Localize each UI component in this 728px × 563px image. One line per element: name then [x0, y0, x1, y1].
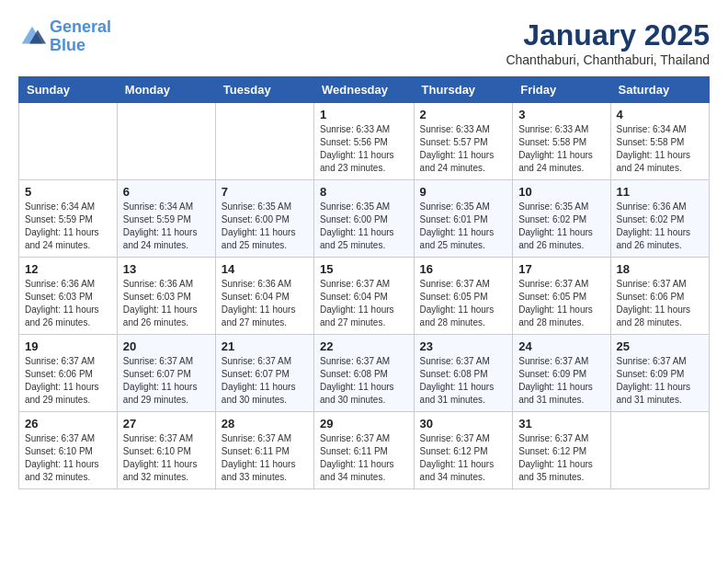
calendar-cell: 10Sunrise: 6:35 AM Sunset: 6:02 PM Dayli…: [513, 180, 610, 258]
calendar-cell: 17Sunrise: 6:37 AM Sunset: 6:05 PM Dayli…: [513, 258, 610, 335]
calendar-cell: 5Sunrise: 6:34 AM Sunset: 5:59 PM Daylig…: [19, 180, 118, 258]
calendar-cell: 18Sunrise: 6:37 AM Sunset: 6:06 PM Dayli…: [610, 258, 709, 335]
day-number: 31: [518, 417, 604, 431]
calendar-cell: 27Sunrise: 6:37 AM Sunset: 6:10 PM Dayli…: [117, 412, 215, 489]
day-number: 8: [320, 185, 408, 199]
calendar-cell: 28Sunrise: 6:37 AM Sunset: 6:11 PM Dayli…: [215, 412, 313, 489]
day-number: 2: [420, 108, 507, 121]
day-info: Sunrise: 6:37 AM Sunset: 6:05 PM Dayligh…: [420, 278, 507, 329]
day-info: Sunrise: 6:37 AM Sunset: 6:07 PM Dayligh…: [123, 355, 210, 407]
day-info: Sunrise: 6:36 AM Sunset: 6:03 PM Dayligh…: [123, 278, 210, 329]
calendar-cell: 4Sunrise: 6:34 AM Sunset: 5:58 PM Daylig…: [610, 103, 709, 180]
day-info: Sunrise: 6:37 AM Sunset: 6:11 PM Dayligh…: [222, 432, 308, 484]
calendar-cell: 1Sunrise: 6:33 AM Sunset: 5:56 PM Daylig…: [314, 103, 415, 180]
day-number: 18: [617, 262, 703, 276]
calendar-cell: 29Sunrise: 6:37 AM Sunset: 6:11 PM Dayli…: [314, 412, 415, 489]
day-number: 25: [617, 339, 703, 353]
day-info: Sunrise: 6:37 AM Sunset: 6:05 PM Dayligh…: [518, 278, 604, 329]
calendar-cell: 15Sunrise: 6:37 AM Sunset: 6:04 PM Dayli…: [314, 258, 415, 335]
calendar-cell: 13Sunrise: 6:36 AM Sunset: 6:03 PM Dayli…: [117, 258, 215, 335]
day-number: 14: [222, 262, 308, 276]
day-number: 5: [25, 185, 111, 199]
day-number: 19: [25, 339, 111, 353]
calendar-cell: 8Sunrise: 6:35 AM Sunset: 6:00 PM Daylig…: [314, 180, 415, 258]
day-info: Sunrise: 6:34 AM Sunset: 5:59 PM Dayligh…: [25, 201, 111, 252]
day-info: Sunrise: 6:33 AM Sunset: 5:57 PM Dayligh…: [420, 123, 507, 175]
day-number: 13: [123, 262, 210, 276]
calendar-cell: [215, 103, 313, 180]
logo-text: General Blue: [50, 18, 111, 55]
day-info: Sunrise: 6:37 AM Sunset: 6:10 PM Dayligh…: [123, 432, 210, 484]
calendar-cell: 11Sunrise: 6:36 AM Sunset: 6:02 PM Dayli…: [610, 180, 709, 258]
calendar-week-row: 1Sunrise: 6:33 AM Sunset: 5:56 PM Daylig…: [19, 103, 710, 180]
calendar-cell: 16Sunrise: 6:37 AM Sunset: 6:05 PM Dayli…: [414, 258, 513, 335]
calendar-cell: 21Sunrise: 6:37 AM Sunset: 6:07 PM Dayli…: [215, 335, 313, 412]
day-number: 6: [123, 185, 210, 199]
calendar-cell: 7Sunrise: 6:35 AM Sunset: 6:00 PM Daylig…: [215, 180, 313, 258]
day-number: 28: [222, 417, 308, 431]
day-info: Sunrise: 6:34 AM Sunset: 5:59 PM Dayligh…: [123, 201, 210, 252]
day-info: Sunrise: 6:37 AM Sunset: 6:06 PM Dayligh…: [617, 278, 703, 329]
day-number: 30: [420, 417, 507, 431]
day-info: Sunrise: 6:37 AM Sunset: 6:04 PM Dayligh…: [320, 278, 408, 329]
calendar-cell: 24Sunrise: 6:37 AM Sunset: 6:09 PM Dayli…: [513, 335, 610, 412]
calendar-cell: [19, 103, 118, 180]
day-number: 9: [420, 185, 507, 199]
day-number: 17: [518, 262, 604, 276]
day-number: 15: [320, 262, 408, 276]
calendar-cell: 2Sunrise: 6:33 AM Sunset: 5:57 PM Daylig…: [414, 103, 513, 180]
calendar-cell: 12Sunrise: 6:36 AM Sunset: 6:03 PM Dayli…: [19, 258, 118, 335]
calendar-table: SundayMondayTuesdayWednesdayThursdayFrid…: [18, 76, 710, 489]
weekday-header-saturday: Saturday: [610, 77, 709, 103]
day-info: Sunrise: 6:33 AM Sunset: 5:58 PM Dayligh…: [518, 123, 604, 175]
day-number: 26: [25, 417, 111, 431]
calendar-cell: 26Sunrise: 6:37 AM Sunset: 6:10 PM Dayli…: [19, 412, 118, 489]
day-info: Sunrise: 6:33 AM Sunset: 5:56 PM Dayligh…: [320, 123, 408, 175]
weekday-header-thursday: Thursday: [414, 77, 513, 103]
calendar-cell: 3Sunrise: 6:33 AM Sunset: 5:58 PM Daylig…: [513, 103, 610, 180]
calendar-cell: 9Sunrise: 6:35 AM Sunset: 6:01 PM Daylig…: [414, 180, 513, 258]
calendar-cell: 6Sunrise: 6:34 AM Sunset: 5:59 PM Daylig…: [117, 180, 215, 258]
weekday-header-tuesday: Tuesday: [215, 77, 313, 103]
day-number: 7: [222, 185, 308, 199]
day-number: 22: [320, 339, 408, 353]
logo: General Blue: [18, 18, 111, 55]
day-number: 16: [420, 262, 507, 276]
weekday-header-friday: Friday: [513, 77, 610, 103]
calendar-cell: 31Sunrise: 6:37 AM Sunset: 6:12 PM Dayli…: [513, 412, 610, 489]
day-info: Sunrise: 6:35 AM Sunset: 6:00 PM Dayligh…: [320, 201, 408, 252]
day-info: Sunrise: 6:35 AM Sunset: 6:02 PM Dayligh…: [518, 201, 604, 252]
calendar-cell: [117, 103, 215, 180]
day-info: Sunrise: 6:37 AM Sunset: 6:12 PM Dayligh…: [518, 432, 604, 484]
day-number: 10: [518, 185, 604, 199]
calendar-cell: 23Sunrise: 6:37 AM Sunset: 6:08 PM Dayli…: [414, 335, 513, 412]
day-info: Sunrise: 6:35 AM Sunset: 6:00 PM Dayligh…: [222, 201, 308, 252]
weekday-header-row: SundayMondayTuesdayWednesdayThursdayFrid…: [19, 77, 710, 103]
calendar-cell: 14Sunrise: 6:36 AM Sunset: 6:04 PM Dayli…: [215, 258, 313, 335]
day-info: Sunrise: 6:37 AM Sunset: 6:11 PM Dayligh…: [320, 432, 408, 484]
location: Chanthaburi, Chanthaburi, Thailand: [506, 52, 710, 67]
page-header: General Blue January 2025 Chanthaburi, C…: [18, 18, 710, 67]
day-info: Sunrise: 6:36 AM Sunset: 6:02 PM Dayligh…: [617, 201, 703, 252]
day-info: Sunrise: 6:36 AM Sunset: 6:04 PM Dayligh…: [222, 278, 308, 329]
day-number: 3: [518, 108, 604, 121]
day-number: 21: [222, 339, 308, 353]
calendar-cell: 22Sunrise: 6:37 AM Sunset: 6:08 PM Dayli…: [314, 335, 415, 412]
day-number: 11: [617, 185, 703, 199]
calendar-week-row: 12Sunrise: 6:36 AM Sunset: 6:03 PM Dayli…: [19, 258, 710, 335]
day-info: Sunrise: 6:34 AM Sunset: 5:58 PM Dayligh…: [617, 123, 703, 175]
weekday-header-wednesday: Wednesday: [314, 77, 415, 103]
day-info: Sunrise: 6:37 AM Sunset: 6:12 PM Dayligh…: [420, 432, 507, 484]
calendar-week-row: 26Sunrise: 6:37 AM Sunset: 6:10 PM Dayli…: [19, 412, 710, 489]
day-info: Sunrise: 6:37 AM Sunset: 6:09 PM Dayligh…: [617, 355, 703, 407]
title-block: January 2025 Chanthaburi, Chanthaburi, T…: [506, 18, 710, 67]
calendar-cell: [610, 412, 709, 489]
day-number: 27: [123, 417, 210, 431]
day-number: 20: [123, 339, 210, 353]
calendar-cell: 25Sunrise: 6:37 AM Sunset: 6:09 PM Dayli…: [610, 335, 709, 412]
day-number: 1: [320, 108, 408, 121]
day-number: 29: [320, 417, 408, 431]
calendar-week-row: 5Sunrise: 6:34 AM Sunset: 5:59 PM Daylig…: [19, 180, 710, 258]
day-info: Sunrise: 6:37 AM Sunset: 6:06 PM Dayligh…: [25, 355, 111, 407]
day-info: Sunrise: 6:37 AM Sunset: 6:08 PM Dayligh…: [420, 355, 507, 407]
